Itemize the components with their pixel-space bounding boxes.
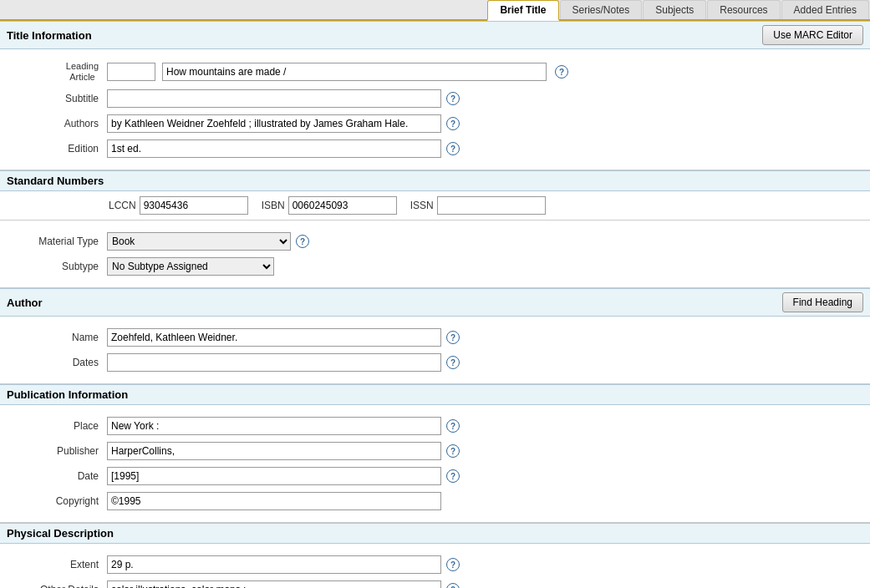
edition-label: Edition [7,143,107,155]
place-row: Place ? [0,415,870,437]
authors-help-icon[interactable]: ? [446,117,460,130]
place-input[interactable] [107,417,441,435]
publisher-input[interactable] [107,442,441,460]
extent-row: Extent ? [0,554,870,575]
title-input[interactable] [162,63,547,81]
name-label: Name [7,332,107,343]
title-information-section-header: Title Information Use MARC Editor [0,21,870,49]
publisher-label: Publisher [7,445,107,457]
issn-label: ISSN [410,200,434,211]
other-details-help-icon[interactable]: ? [446,583,460,588]
subtitle-row: Subtitle ? [0,88,870,109]
edition-row: Edition ? [0,138,870,160]
other-details-label: Other Details [7,584,107,588]
subtitle-label: Subtitle [7,93,107,104]
subtitle-help-icon[interactable]: ? [446,92,460,105]
issn-input[interactable] [437,196,546,215]
extent-help-icon[interactable]: ? [446,558,460,571]
author-dates-row: Dates ? [0,352,870,373]
material-type-section: Material Type Book Map Music Serial Vide… [0,220,870,287]
author-name-row: Name ? [0,327,870,348]
date-help-icon[interactable]: ? [446,469,460,483]
main-container: Brief Title Series/Notes Subjects Resour… [0,0,870,588]
lccn-label: LCCN [109,200,136,211]
copyright-label: Copyright [7,495,107,507]
extent-label: Extent [7,559,107,570]
date-input[interactable] [107,467,441,485]
copyright-row: Copyright [0,490,870,512]
date-label: Date [7,470,107,482]
isbn-input[interactable] [288,196,397,215]
tab-subjects[interactable]: Subjects [643,0,706,19]
content-area: Title Information Use MARC Editor Leadin… [0,21,870,588]
standard-numbers-label: Standard Numbers [7,175,104,187]
tab-added-entries[interactable]: Added Entries [781,0,869,19]
extent-input[interactable] [107,555,441,574]
find-heading-button[interactable]: Find Heading [782,292,863,312]
authors-label: Authors [7,118,107,129]
publication-section-header: Publication Information [0,384,870,405]
place-help-icon[interactable]: ? [446,419,460,433]
place-label: Place [7,420,107,432]
leading-article-input[interactable] [107,63,155,81]
tabs-bar: Brief Title Series/Notes Subjects Resour… [0,0,870,21]
author-section-label: Author [7,297,43,309]
material-type-row: Material Type Book Map Music Serial Vide… [0,231,870,252]
publisher-row: Publisher ? [0,440,870,462]
tab-brief-title[interactable]: Brief Title [487,0,558,21]
dates-help-icon[interactable]: ? [446,356,460,369]
publication-section-label: Publication Information [7,388,128,401]
subtitle-input[interactable] [107,89,441,108]
physical-description-label: Physical Description [7,527,114,540]
material-type-select[interactable]: Book Map Music Serial Video [107,232,291,251]
standard-numbers-row: LCCN ISBN ISSN [0,191,870,220]
date-row: Date ? [0,465,870,487]
edition-input[interactable] [107,139,441,158]
subtype-row: Subtype No Subtype Assigned [0,256,870,277]
title-information-label: Title Information [7,29,92,42]
author-name-input[interactable] [107,328,441,347]
tab-resources[interactable]: Resources [707,0,780,19]
isbn-label: ISBN [262,200,285,211]
title-inputs: ? [107,63,568,81]
physical-description-section-header: Physical Description [0,523,870,544]
name-help-icon[interactable]: ? [446,331,460,344]
physical-description-form: Extent ? Other Details ? Size ? [0,544,870,588]
other-details-input[interactable] [107,580,441,588]
copyright-input[interactable] [107,492,441,510]
dates-label: Dates [7,357,107,368]
material-type-label: Material Type [7,236,107,247]
author-dates-input[interactable] [107,353,441,372]
author-form: Name ? Dates ? [0,317,870,383]
title-help-icon[interactable]: ? [555,65,568,79]
tab-series-notes[interactable]: Series/Notes [560,0,643,19]
material-type-help-icon[interactable]: ? [296,235,309,248]
author-section-header: Author Find Heading [0,288,870,317]
edition-help-icon[interactable]: ? [446,142,460,155]
subtype-select[interactable]: No Subtype Assigned [107,257,274,276]
authors-input[interactable] [107,114,441,133]
title-information-form: LeadingArticle ? * Title Subtitle [0,49,870,170]
use-marc-editor-button[interactable]: Use MARC Editor [762,25,863,45]
authors-row: Authors ? [0,113,870,134]
publication-form: Place ? Publisher ? Date ? Copyright [0,405,870,522]
other-details-row: Other Details ? [0,579,870,588]
standard-numbers-section-header: Standard Numbers [0,170,870,191]
lccn-input[interactable] [140,196,248,215]
title-row: LeadingArticle ? [0,59,870,84]
title-label-container: LeadingArticle [7,61,107,83]
subtype-label: Subtype [7,261,107,272]
publisher-help-icon[interactable]: ? [446,444,460,458]
